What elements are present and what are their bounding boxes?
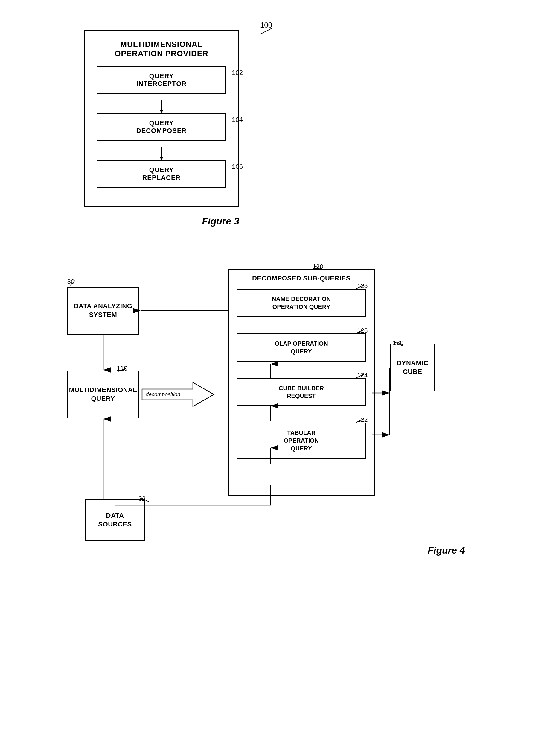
ref124-tick: [354, 374, 365, 379]
tabular-operation-label: TABULAR OPERATION QUERY: [284, 429, 319, 452]
name-decoration-box: NAME DECORATION OPERATION QUERY: [237, 289, 366, 317]
olap-operation-box: OLAP OPERATION QUERY: [237, 333, 366, 362]
data-analyzing-system-box: DATA ANALYZING SYSTEM: [67, 287, 139, 335]
svg-line-0: [260, 28, 271, 34]
olap-operation-label: OLAP OPERATION QUERY: [274, 340, 328, 355]
svg-line-25: [395, 342, 403, 346]
ref110-tick: [117, 367, 127, 373]
ref130-tick: [394, 341, 404, 347]
svg-marker-7: [142, 382, 214, 406]
svg-line-21: [356, 330, 363, 333]
svg-line-22: [356, 374, 363, 378]
figure4-section: decomposition: [24, 263, 517, 532]
svg-line-20: [356, 285, 363, 289]
svg-line-24: [315, 266, 322, 270]
cube-builder-box: CUBE BUILDER REQUEST: [237, 378, 366, 406]
svg-line-18: [70, 281, 75, 285]
ref-102: 102: [232, 69, 243, 77]
page: MULTIDIMENSIONAL OPERATION PROVIDER 102 …: [0, 0, 541, 756]
data-sources-box: DATA SOURCES: [85, 499, 145, 541]
tabular-operation-box: TABULAR OPERATION QUERY: [237, 423, 366, 459]
decomposed-title: DECOMPOSED SUB-QUERIES: [229, 270, 374, 289]
ref122-tick: [354, 418, 365, 424]
multidim-query-box: MULTIDIMENSIONAL QUERY: [67, 371, 139, 418]
data-analyzing-label: DATA ANALYZING SYSTEM: [74, 302, 133, 319]
ref32-tick: [140, 497, 150, 503]
figure3-container: MULTIDIMENSIONAL OPERATION PROVIDER 102 …: [84, 30, 308, 227]
ref30-tick: [69, 279, 78, 288]
svg-line-26: [141, 498, 149, 502]
dynamic-cube-label: DYNAMIC CUBE: [396, 359, 428, 376]
multidim-query-label: MULTIDIMENSIONAL QUERY: [69, 386, 137, 403]
query-replacer-box: QUERY REPLACER: [97, 160, 227, 188]
outer-box-title: MULTIDIMENSIONAL OPERATION PROVIDER: [97, 40, 227, 58]
cube-builder-label: CUBE BUILDER REQUEST: [279, 385, 324, 399]
query-interceptor-box: QUERY INTERCEPTOR: [97, 66, 227, 94]
svg-line-23: [356, 419, 363, 423]
ref126-tick: [354, 329, 365, 335]
ref-104: 104: [232, 116, 243, 124]
svg-text:decomposition: decomposition: [145, 391, 180, 397]
name-decoration-label: NAME DECORATION OPERATION QUERY: [272, 296, 331, 310]
figure4-label: Figure 4: [428, 545, 465, 556]
svg-line-19: [118, 368, 126, 371]
dynamic-cube-box: DYNAMIC CUBE: [390, 344, 435, 391]
ref100-line: [257, 27, 274, 36]
query-decomposer-box: QUERY DECOMPOSER: [97, 113, 227, 141]
ref-106: 106: [232, 163, 243, 171]
decomposed-outer-box: DECOMPOSED SUB-QUERIES 128 NAME DECORATI…: [228, 269, 375, 496]
data-sources-label: DATA SOURCES: [98, 511, 132, 529]
outer-box: MULTIDIMENSIONAL OPERATION PROVIDER 102 …: [84, 30, 239, 207]
ref128-tick: [354, 284, 365, 290]
fig4-layout: decomposition: [61, 263, 480, 532]
figure3-label: Figure 3: [84, 216, 239, 227]
ref120-tick: [313, 265, 324, 271]
